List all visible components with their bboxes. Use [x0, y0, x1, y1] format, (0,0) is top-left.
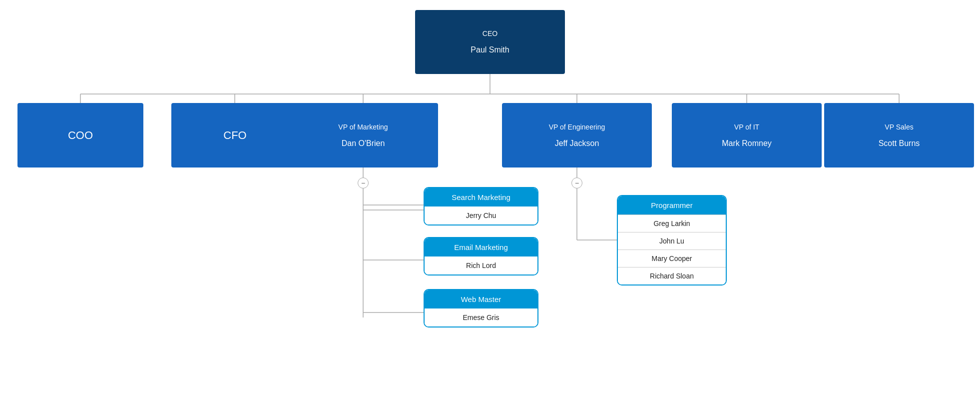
coo-role: COO [68, 129, 93, 142]
web-master-person: Emese Gris [425, 308, 537, 326]
search-marketing-box[interactable]: Search Marketing Jerry Chu [424, 187, 538, 226]
ceo-node: CEO Paul Smith [415, 10, 565, 74]
programmer-person-3: Richard Sloan [618, 267, 726, 284]
programmer-box[interactable]: Programmer Greg Larkin John Lu Mary Coop… [617, 195, 727, 286]
programmer-person-0: Greg Larkin [618, 214, 726, 232]
cfo-role: CFO [223, 129, 246, 142]
cfo-node: CFO [171, 103, 299, 168]
coo-node: COO [17, 103, 143, 168]
search-marketing-person: Jerry Chu [425, 206, 537, 224]
ceo-person: Paul Smith [471, 46, 509, 54]
vp-sales-box[interactable]: VP Sales Scott Burns [824, 103, 974, 168]
vp-marketing-node: VP of Marketing Dan O'Brien [288, 103, 438, 168]
email-marketing-box[interactable]: Email Marketing Rich Lord [424, 237, 538, 276]
email-marketing-person: Rich Lord [425, 256, 537, 274]
vp-marketing-box[interactable]: VP of Marketing Dan O'Brien [288, 103, 438, 168]
programmer-title: Programmer [618, 196, 726, 214]
ceo-box[interactable]: CEO Paul Smith [415, 10, 565, 74]
web-master-node: Web Master Emese Gris [424, 289, 538, 328]
org-chart: CEO Paul Smith COO CFO VP of Marketing D… [0, 0, 980, 412]
search-marketing-node: Search Marketing Jerry Chu [424, 187, 538, 226]
vp-engineering-box[interactable]: VP of Engineering Jeff Jackson [502, 103, 652, 168]
vp-engineering-collapse[interactable]: − [571, 178, 582, 188]
vp-sales-role: VP Sales [885, 123, 913, 131]
vp-it-box[interactable]: VP of IT Mark Romney [672, 103, 822, 168]
vp-marketing-collapse[interactable]: − [358, 178, 369, 188]
web-master-box[interactable]: Web Master Emese Gris [424, 289, 538, 328]
email-marketing-title: Email Marketing [425, 238, 537, 256]
web-master-title: Web Master [425, 290, 537, 308]
vp-engineering-node: VP of Engineering Jeff Jackson [502, 103, 652, 168]
ceo-role: CEO [483, 30, 497, 38]
vp-sales-node: VP Sales Scott Burns [824, 103, 974, 168]
programmer-person-1: John Lu [618, 232, 726, 250]
vp-it-person: Mark Romney [722, 139, 772, 148]
vp-marketing-person: Dan O'Brien [342, 139, 385, 148]
search-marketing-title: Search Marketing [425, 188, 537, 206]
vp-sales-person: Scott Burns [879, 139, 920, 148]
programmer-person-2: Mary Cooper [618, 250, 726, 267]
email-marketing-node: Email Marketing Rich Lord [424, 237, 538, 276]
vp-engineering-person: Jeff Jackson [555, 139, 599, 148]
coo-box[interactable]: COO [17, 103, 143, 168]
cfo-box[interactable]: CFO [171, 103, 299, 168]
vp-marketing-role: VP of Marketing [338, 123, 388, 131]
programmer-node: Programmer Greg Larkin John Lu Mary Coop… [617, 195, 727, 286]
vp-it-role: VP of IT [734, 123, 759, 131]
vp-engineering-role: VP of Engineering [549, 123, 605, 131]
vp-it-node: VP of IT Mark Romney [672, 103, 822, 168]
